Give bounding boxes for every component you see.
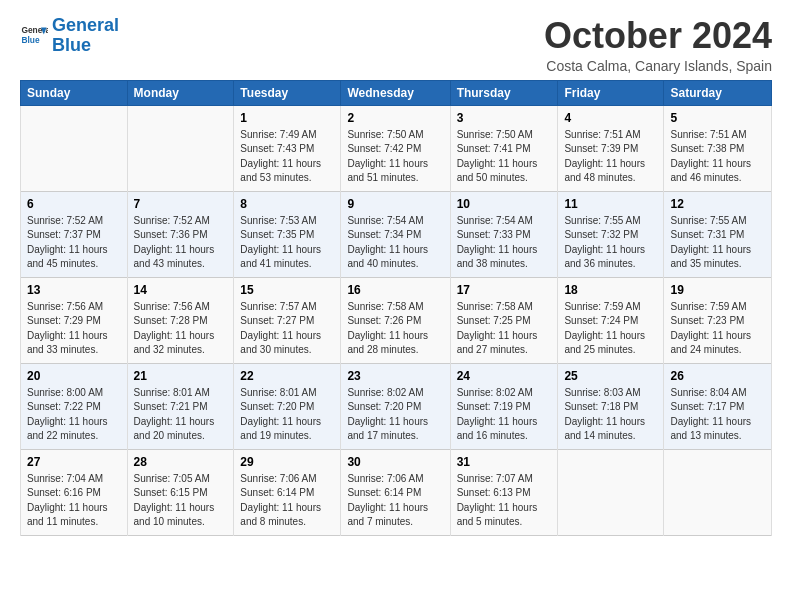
day-info: Sunrise: 7:52 AM Sunset: 7:36 PM Dayligh… xyxy=(134,214,228,272)
calendar-cell xyxy=(127,105,234,191)
day-info: Sunrise: 7:55 AM Sunset: 7:31 PM Dayligh… xyxy=(670,214,765,272)
calendar-cell: 28Sunrise: 7:05 AM Sunset: 6:15 PM Dayli… xyxy=(127,449,234,535)
calendar-cell: 27Sunrise: 7:04 AM Sunset: 6:16 PM Dayli… xyxy=(21,449,128,535)
day-info: Sunrise: 8:02 AM Sunset: 7:20 PM Dayligh… xyxy=(347,386,443,444)
day-info: Sunrise: 7:51 AM Sunset: 7:39 PM Dayligh… xyxy=(564,128,657,186)
logo-text: General Blue xyxy=(52,16,119,56)
calendar-body: 1Sunrise: 7:49 AM Sunset: 7:43 PM Daylig… xyxy=(21,105,772,535)
calendar-cell: 8Sunrise: 7:53 AM Sunset: 7:35 PM Daylig… xyxy=(234,191,341,277)
day-number: 31 xyxy=(457,455,552,469)
calendar-cell: 2Sunrise: 7:50 AM Sunset: 7:42 PM Daylig… xyxy=(341,105,450,191)
day-number: 27 xyxy=(27,455,121,469)
svg-text:Blue: Blue xyxy=(21,35,39,45)
calendar-cell: 14Sunrise: 7:56 AM Sunset: 7:28 PM Dayli… xyxy=(127,277,234,363)
calendar-cell: 6Sunrise: 7:52 AM Sunset: 7:37 PM Daylig… xyxy=(21,191,128,277)
calendar-cell: 17Sunrise: 7:58 AM Sunset: 7:25 PM Dayli… xyxy=(450,277,558,363)
day-number: 13 xyxy=(27,283,121,297)
calendar-cell: 19Sunrise: 7:59 AM Sunset: 7:23 PM Dayli… xyxy=(664,277,772,363)
day-info: Sunrise: 7:58 AM Sunset: 7:25 PM Dayligh… xyxy=(457,300,552,358)
header-row: SundayMondayTuesdayWednesdayThursdayFrid… xyxy=(21,80,772,105)
calendar-cell: 31Sunrise: 7:07 AM Sunset: 6:13 PM Dayli… xyxy=(450,449,558,535)
day-number: 10 xyxy=(457,197,552,211)
day-number: 1 xyxy=(240,111,334,125)
day-number: 25 xyxy=(564,369,657,383)
day-info: Sunrise: 8:00 AM Sunset: 7:22 PM Dayligh… xyxy=(27,386,121,444)
day-number: 24 xyxy=(457,369,552,383)
day-number: 20 xyxy=(27,369,121,383)
calendar-cell: 16Sunrise: 7:58 AM Sunset: 7:26 PM Dayli… xyxy=(341,277,450,363)
day-info: Sunrise: 8:04 AM Sunset: 7:17 PM Dayligh… xyxy=(670,386,765,444)
day-info: Sunrise: 7:57 AM Sunset: 7:27 PM Dayligh… xyxy=(240,300,334,358)
calendar-row: 27Sunrise: 7:04 AM Sunset: 6:16 PM Dayli… xyxy=(21,449,772,535)
day-number: 17 xyxy=(457,283,552,297)
header-day: Tuesday xyxy=(234,80,341,105)
day-number: 12 xyxy=(670,197,765,211)
day-number: 3 xyxy=(457,111,552,125)
day-number: 9 xyxy=(347,197,443,211)
day-info: Sunrise: 7:49 AM Sunset: 7:43 PM Dayligh… xyxy=(240,128,334,186)
calendar-cell: 26Sunrise: 8:04 AM Sunset: 7:17 PM Dayli… xyxy=(664,363,772,449)
day-info: Sunrise: 7:07 AM Sunset: 6:13 PM Dayligh… xyxy=(457,472,552,530)
header-day: Friday xyxy=(558,80,664,105)
calendar-cell: 15Sunrise: 7:57 AM Sunset: 7:27 PM Dayli… xyxy=(234,277,341,363)
calendar-cell: 23Sunrise: 8:02 AM Sunset: 7:20 PM Dayli… xyxy=(341,363,450,449)
day-number: 15 xyxy=(240,283,334,297)
day-info: Sunrise: 7:56 AM Sunset: 7:28 PM Dayligh… xyxy=(134,300,228,358)
day-number: 18 xyxy=(564,283,657,297)
logo: General Blue General Blue xyxy=(20,16,119,56)
day-info: Sunrise: 7:52 AM Sunset: 7:37 PM Dayligh… xyxy=(27,214,121,272)
header-day: Thursday xyxy=(450,80,558,105)
day-info: Sunrise: 7:50 AM Sunset: 7:42 PM Dayligh… xyxy=(347,128,443,186)
calendar-cell: 12Sunrise: 7:55 AM Sunset: 7:31 PM Dayli… xyxy=(664,191,772,277)
day-number: 29 xyxy=(240,455,334,469)
header-day: Wednesday xyxy=(341,80,450,105)
day-number: 8 xyxy=(240,197,334,211)
page-header: General Blue General Blue October 2024 C… xyxy=(20,16,772,74)
calendar-cell: 3Sunrise: 7:50 AM Sunset: 7:41 PM Daylig… xyxy=(450,105,558,191)
day-number: 22 xyxy=(240,369,334,383)
calendar-cell: 22Sunrise: 8:01 AM Sunset: 7:20 PM Dayli… xyxy=(234,363,341,449)
calendar-row: 1Sunrise: 7:49 AM Sunset: 7:43 PM Daylig… xyxy=(21,105,772,191)
logo-general: General xyxy=(52,15,119,35)
day-info: Sunrise: 8:01 AM Sunset: 7:20 PM Dayligh… xyxy=(240,386,334,444)
calendar-header: SundayMondayTuesdayWednesdayThursdayFrid… xyxy=(21,80,772,105)
day-info: Sunrise: 7:55 AM Sunset: 7:32 PM Dayligh… xyxy=(564,214,657,272)
calendar-cell: 7Sunrise: 7:52 AM Sunset: 7:36 PM Daylig… xyxy=(127,191,234,277)
day-info: Sunrise: 7:50 AM Sunset: 7:41 PM Dayligh… xyxy=(457,128,552,186)
day-number: 16 xyxy=(347,283,443,297)
month-title: October 2024 xyxy=(544,16,772,56)
day-info: Sunrise: 7:53 AM Sunset: 7:35 PM Dayligh… xyxy=(240,214,334,272)
day-info: Sunrise: 7:59 AM Sunset: 7:24 PM Dayligh… xyxy=(564,300,657,358)
day-number: 30 xyxy=(347,455,443,469)
day-number: 6 xyxy=(27,197,121,211)
day-number: 11 xyxy=(564,197,657,211)
day-number: 5 xyxy=(670,111,765,125)
calendar-cell: 24Sunrise: 8:02 AM Sunset: 7:19 PM Dayli… xyxy=(450,363,558,449)
calendar-cell: 21Sunrise: 8:01 AM Sunset: 7:21 PM Dayli… xyxy=(127,363,234,449)
day-number: 26 xyxy=(670,369,765,383)
header-day: Sunday xyxy=(21,80,128,105)
calendar-cell xyxy=(21,105,128,191)
day-info: Sunrise: 7:06 AM Sunset: 6:14 PM Dayligh… xyxy=(240,472,334,530)
location: Costa Calma, Canary Islands, Spain xyxy=(544,58,772,74)
day-info: Sunrise: 8:01 AM Sunset: 7:21 PM Dayligh… xyxy=(134,386,228,444)
calendar-table: SundayMondayTuesdayWednesdayThursdayFrid… xyxy=(20,80,772,536)
day-number: 4 xyxy=(564,111,657,125)
day-info: Sunrise: 7:56 AM Sunset: 7:29 PM Dayligh… xyxy=(27,300,121,358)
logo-icon: General Blue xyxy=(20,22,48,50)
calendar-cell: 11Sunrise: 7:55 AM Sunset: 7:32 PM Dayli… xyxy=(558,191,664,277)
day-info: Sunrise: 7:54 AM Sunset: 7:34 PM Dayligh… xyxy=(347,214,443,272)
day-info: Sunrise: 7:51 AM Sunset: 7:38 PM Dayligh… xyxy=(670,128,765,186)
calendar-row: 13Sunrise: 7:56 AM Sunset: 7:29 PM Dayli… xyxy=(21,277,772,363)
day-info: Sunrise: 7:06 AM Sunset: 6:14 PM Dayligh… xyxy=(347,472,443,530)
calendar-cell xyxy=(664,449,772,535)
day-number: 21 xyxy=(134,369,228,383)
calendar-cell: 20Sunrise: 8:00 AM Sunset: 7:22 PM Dayli… xyxy=(21,363,128,449)
calendar-cell: 25Sunrise: 8:03 AM Sunset: 7:18 PM Dayli… xyxy=(558,363,664,449)
day-info: Sunrise: 7:58 AM Sunset: 7:26 PM Dayligh… xyxy=(347,300,443,358)
calendar-row: 6Sunrise: 7:52 AM Sunset: 7:37 PM Daylig… xyxy=(21,191,772,277)
calendar-cell: 4Sunrise: 7:51 AM Sunset: 7:39 PM Daylig… xyxy=(558,105,664,191)
day-info: Sunrise: 7:04 AM Sunset: 6:16 PM Dayligh… xyxy=(27,472,121,530)
calendar-cell: 9Sunrise: 7:54 AM Sunset: 7:34 PM Daylig… xyxy=(341,191,450,277)
calendar-cell: 29Sunrise: 7:06 AM Sunset: 6:14 PM Dayli… xyxy=(234,449,341,535)
